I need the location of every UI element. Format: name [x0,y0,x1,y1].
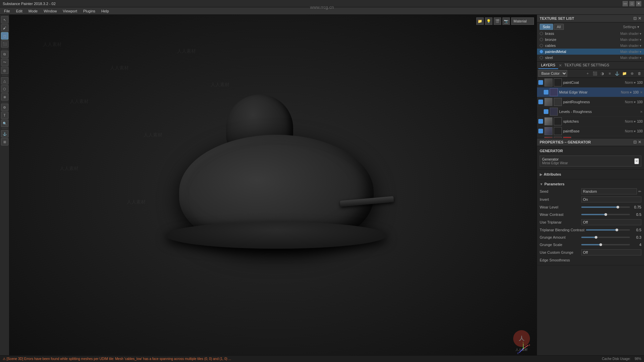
group-button[interactable]: 📁 [621,70,628,77]
menu-viewport[interactable]: Viewport [60,8,80,14]
tab-texture-set-settings[interactable]: TEXTURE SET SETTINGS [562,62,612,69]
param-triplanar-blend: Triplanar Blending Contrast 0.5 [540,226,641,234]
tool-fill[interactable]: ⬛ [1,40,8,48]
app-title: Substance Painter 2018.3.2 - 02 [3,2,56,6]
tool-paint[interactable]: 🖌 [1,24,8,32]
param-wear-level: Wear Level 0.75 [540,203,641,211]
wear-contrast-thumb [604,213,607,216]
layer-opacity-paintcoat: 100 [637,81,643,84]
layer-vis-levels[interactable] [544,109,548,114]
layer-vis-splotches[interactable] [538,119,543,124]
texture-set-close-icon[interactable]: ✕ [638,16,641,21]
viewport-background: 人人素材 人人素材 人人素材 人人素材 人人素材 人人素材 人人素材 人人素材 … [9,15,537,362]
texture-set-expand-icon[interactable]: ⊡ [633,16,637,21]
add-paint-layer-btn[interactable]: + [584,70,591,77]
grunge-amount-slider[interactable] [581,237,630,238]
menu-file[interactable]: File [1,8,13,14]
menu-edit[interactable]: Edit [13,8,25,14]
triplanar-blend-slider[interactable] [586,229,630,231]
menu-plugins[interactable]: Plugins [80,8,98,14]
seed-value-box[interactable]: Random [581,188,637,194]
param-custom-grunge: Use Custom Grunge Off [540,248,641,256]
layer-close-metaledgewear[interactable]: ✕ [640,90,643,94]
texture-radio-brass[interactable] [540,32,543,35]
close-button[interactable]: ✕ [636,1,641,6]
tool-blur[interactable]: ◎ [1,67,8,74]
texture-item-steel[interactable]: steel Main shader ▾ [537,55,644,61]
layer-vis-paintcoat[interactable] [538,80,543,85]
texture-item-cables[interactable]: cables Main shader ▾ [537,43,644,49]
layer-splotches[interactable]: splotches Norm ▾ 100 [537,117,644,126]
tool-text[interactable]: T [1,112,8,119]
delete-button[interactable]: 🗑 [636,70,643,77]
minimize-button[interactable]: — [623,1,628,6]
tab-solo[interactable]: Solo [540,24,553,30]
viewport-light-icon[interactable]: 💡 [485,17,492,25]
tool-anchor[interactable]: ⚓ [1,130,8,137]
custom-grunge-value-text: Off [583,250,588,254]
seed-edit-btn[interactable]: ✏ [638,189,641,194]
viewport-mode-select[interactable]: Material 3D 2D [511,17,534,25]
menu-window[interactable]: Window [41,8,59,14]
menu-help[interactable]: Help [99,8,112,14]
triplanar-value-box[interactable]: Off [581,219,641,225]
channel-select[interactable]: Base Color Roughness Metallic Normal [538,70,567,77]
viewport-render-icon[interactable]: 🎬 [494,17,501,25]
tab-layers[interactable]: LAYERS [538,62,558,69]
tab-all[interactable]: All [554,24,564,30]
texture-item-bronze[interactable]: bronze Main shader ▾ [537,37,644,43]
tool-uv[interactable]: ⊞ [1,138,8,145]
param-invert-area: On [581,196,641,202]
tool-eraser[interactable]: ◻ [1,32,8,40]
parameters-title[interactable]: ▼ Parameters [540,181,641,187]
menu-mode[interactable]: Mode [26,8,41,14]
layer-vis-metaledgewear[interactable] [544,90,548,95]
duplicate-button[interactable]: ⊕ [629,70,635,77]
tool-projection[interactable]: ⊕ [1,93,8,101]
layer-vis-paintroughness[interactable] [538,100,543,104]
anchor-button[interactable]: ⚓ [614,70,621,77]
tab-layers-close[interactable]: ✕ [559,63,562,68]
viewport[interactable]: 人人素材 人人素材 人人素材 人人素材 人人素材 人人素材 人人素材 人人素材 … [9,15,537,362]
layer-paintbase[interactable]: paintBase Norm ▾ 100 [537,126,644,136]
layer-close-levels[interactable]: ✕ [640,110,643,114]
invert-value-box[interactable]: On [581,196,641,202]
filter-button[interactable]: ≡ [606,70,613,77]
layer-levels-roughness[interactable]: Levels - Roughness ✕ [537,107,644,117]
properties-expand-icon[interactable]: ⊡ [633,140,637,144]
tab-settings-button[interactable]: Settings ▾ [621,24,641,30]
viewport-snapshot-icon[interactable]: 📷 [502,17,510,25]
tool-picker[interactable]: 🔍 [1,120,8,127]
wear-contrast-slider[interactable] [581,214,630,215]
attributes-title[interactable]: ▶ Attributes [540,171,641,178]
texture-item-paintedmetal[interactable]: paintedMetal Main shader ▾ [537,49,644,55]
grunge-scale-slider[interactable] [581,244,630,245]
tool-material[interactable]: ⬡ [1,85,8,93]
grunge-amount-fill [581,237,596,238]
mask-button[interactable]: ◑ [599,70,606,77]
properties-close-icon[interactable]: ✕ [638,140,641,144]
viewport-camera-icon[interactable]: 📁 [476,17,484,25]
wear-level-slider[interactable] [581,206,630,208]
tool-select[interactable]: ↖ [1,16,8,23]
tool-geometry[interactable]: △ [1,77,8,84]
texture-radio-steel[interactable] [540,56,543,59]
layer-vis-paintbase[interactable] [538,129,543,133]
layer-paintroughness[interactable]: paintRoughness Norm ▾ 100 [537,97,644,107]
maximize-button[interactable]: □ [629,1,635,6]
layer-metaledgewear[interactable]: Metal Edge Wear Norm ▾ 100 ✕ [537,87,644,97]
layer-rust[interactable]: rust Norm ▾ 100 [537,136,644,138]
texture-radio-paintedmetal[interactable] [540,50,543,53]
layers-toolbar: Base Color Roughness Metallic Normal + ⬛… [537,69,644,78]
tool-clone[interactable]: ⧉ [1,51,8,58]
texture-item-brass[interactable]: brass Main shader ▾ [537,31,644,37]
generator-box: Generator Metal Edge Wear ✕ [540,156,641,167]
generator-close-btn[interactable]: ✕ [634,158,639,164]
layer-paintcoat[interactable]: paintCoat Norm ▾ 100 [537,78,644,87]
tool-settings[interactable]: ⚙ [1,104,8,111]
tool-smudge[interactable]: 〜 [1,59,8,66]
texture-radio-bronze[interactable] [540,38,543,41]
texture-radio-cables[interactable] [540,44,543,47]
custom-grunge-value-box[interactable]: Off [581,249,641,255]
add-fill-layer-btn[interactable]: ⬛ [592,70,598,77]
